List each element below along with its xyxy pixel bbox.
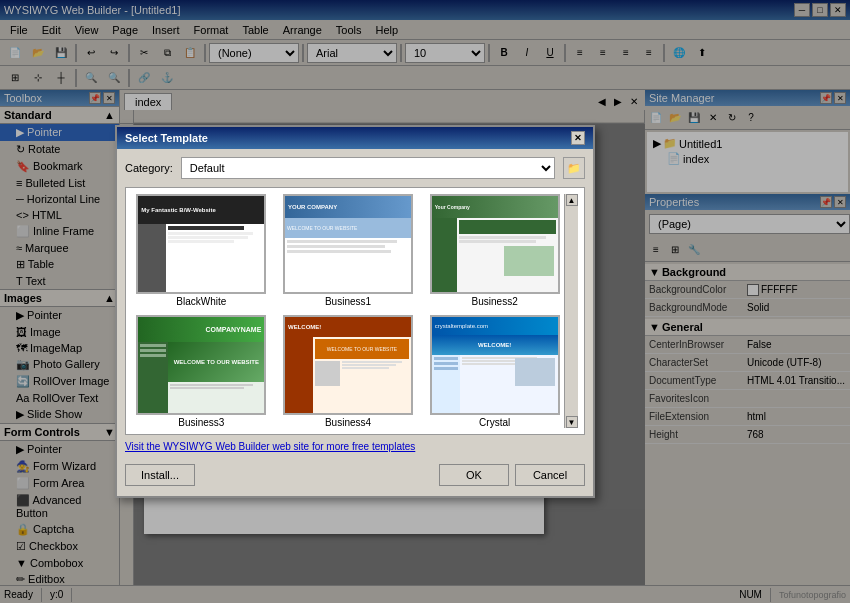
modal-title-label: Select Template [125,132,208,144]
modal-overlay: Select Template ✕ Category: Default 📁 [0,0,850,603]
tmpl-b2-img: Your Company [432,196,558,292]
modal-category-row: Category: Default 📁 [125,157,585,179]
template-name-business4: Business4 [325,417,371,428]
template-thumb-blackwhite[interactable]: My Fantastic B/W-Website [136,194,266,294]
modal-action-buttons: OK Cancel [439,464,585,486]
tmpl-b4-img: WELCOME! WELCOME TO OUR WEBSITE [285,317,411,413]
modal-title-bar: Select Template ✕ [117,127,593,149]
template-item-business4[interactable]: WELCOME! WELCOME TO OUR WEBSITE [279,315,418,428]
modal-category-label: Category: [125,162,173,174]
template-name-business2: Business2 [472,296,518,307]
template-item-business3[interactable]: COMPANYNAME [132,315,271,428]
template-name-blackwhite: BlackWhite [176,296,226,307]
tmpl-b3-img: COMPANYNAME [138,317,264,413]
template-grid-container: My Fantastic B/W-Website [125,187,585,435]
tmpl-crystal-img: crystaltemplate.com WELCOME! [432,317,558,413]
scrollbar-down-btn[interactable]: ▼ [566,416,578,428]
modal-folder-btn[interactable]: 📁 [563,157,585,179]
template-scrollbar[interactable]: ▲ ▼ [564,194,578,428]
template-thumb-business1[interactable]: YOUR COMPANY WELCOME TO OUR WEBSITE [283,194,413,294]
template-name-crystal: Crystal [479,417,510,428]
template-name-business3: Business3 [178,417,224,428]
template-grid: My Fantastic B/W-Website [132,194,564,428]
template-item-business1[interactable]: YOUR COMPANY WELCOME TO OUR WEBSITE [279,194,418,307]
modal-close-btn[interactable]: ✕ [571,131,585,145]
modal-cancel-btn[interactable]: Cancel [515,464,585,486]
template-item-business2[interactable]: Your Company [425,194,564,307]
template-thumb-business2[interactable]: Your Company [430,194,560,294]
tmpl-bw-img: My Fantastic B/W-Website [138,196,264,292]
template-thumb-business3[interactable]: COMPANYNAME [136,315,266,415]
template-item-blackwhite[interactable]: My Fantastic B/W-Website [132,194,271,307]
modal-body: Category: Default 📁 My Fantastic B/W-Web… [117,149,593,496]
scrollbar-up-btn[interactable]: ▲ [566,194,578,206]
tmpl-b1-img: YOUR COMPANY WELCOME TO OUR WEBSITE [285,196,411,292]
modal-footer: Install... OK Cancel [125,458,585,488]
modal-install-btn[interactable]: Install... [125,464,195,486]
modal-category-select[interactable]: Default [181,157,555,179]
template-thumb-crystal[interactable]: crystaltemplate.com WELCOME! [430,315,560,415]
scrollbar-track [566,206,578,416]
modal-free-templates-link[interactable]: Visit the WYSIWYG Web Builder web site f… [125,441,585,452]
template-item-crystal[interactable]: crystaltemplate.com WELCOME! [425,315,564,428]
template-name-business1: Business1 [325,296,371,307]
select-template-modal: Select Template ✕ Category: Default 📁 [115,125,595,498]
modal-ok-btn[interactable]: OK [439,464,509,486]
template-thumb-business4[interactable]: WELCOME! WELCOME TO OUR WEBSITE [283,315,413,415]
